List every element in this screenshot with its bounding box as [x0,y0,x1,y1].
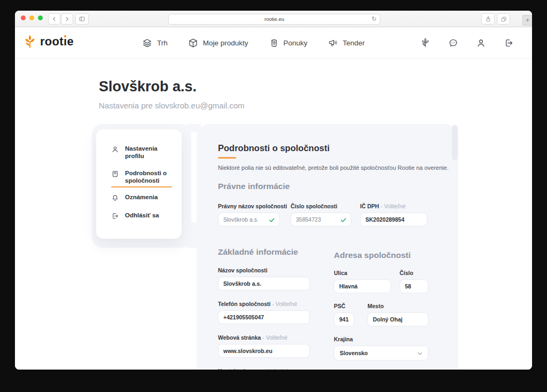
settings-panel: Podrobnosti o spoločnosti Niektoré polia… [197,124,458,370]
check-icon [269,217,275,223]
company-name-input[interactable] [218,277,309,290]
plus-icon: + [526,17,529,24]
nav-label: Moje produkty [203,39,248,47]
address-title: Adresa spoločnosti [334,250,430,260]
sidebar-item-notifications[interactable]: Oznámenia [96,189,182,207]
show-tabs-button[interactable] [497,13,510,25]
brand-name: rootıe [40,35,74,49]
zoom-window-button[interactable] [38,15,43,20]
minimize-window-button[interactable] [29,15,34,20]
field-label-company-number: Číslo spoločnosti [291,203,351,209]
browser-window: rootie.eu ↻ + root [15,11,532,370]
basic-info-title: Základné informácie [218,247,310,257]
megaphone-icon [328,38,338,48]
header-actions [421,27,514,58]
nav-label: Trh [157,39,168,47]
field-label-city: Mesto [368,303,428,309]
forward-button[interactable] [61,13,73,25]
country-value: Slovensko [340,350,368,356]
website-input[interactable] [218,344,309,357]
user-icon[interactable] [476,38,486,48]
url-bar[interactable]: rootie.eu ↻ [168,14,380,25]
company-phone-input[interactable] [218,311,309,324]
field-label-company-name: Názov spoločnosti [218,267,310,273]
field-label-legal-name: Právny názov spoločnosti [218,203,280,209]
nav-item-tender[interactable]: Tender [328,38,365,48]
sidebar-toggle-button[interactable] [75,13,89,25]
active-item-underline [111,186,172,187]
wheat-icon[interactable] [421,37,431,48]
basic-info-section: Základné informácie Názov spoločnosti Te… [218,247,310,370]
screenshot-stage: rootie.eu ↻ + root [0,0,547,392]
address-section: Adresa spoločnosti Ulica Číslo [334,250,430,360]
sidebar-item-label: Nastavenia profilu [125,145,172,160]
chat-icon[interactable] [448,38,458,48]
legal-name-field [218,213,280,226]
nav-item-trh[interactable]: Trh [142,38,168,48]
sidebar-icon [79,15,85,22]
street-number-input[interactable] [400,280,428,293]
company-icon [111,170,119,178]
main-navigation: Trh Moje produkty Ponuky Tender [142,27,365,58]
street-field [334,279,391,293]
chevron-down-icon [417,350,423,357]
field-label-street: Ulica [334,270,391,276]
sidebar-item-logout[interactable]: Odhlásiť sa [96,207,182,225]
website-field [218,344,310,358]
field-label-vat-id: IČ DPH- Voliteľné [360,203,427,209]
nav-item-ponuky[interactable]: Ponuky [269,38,308,48]
page-title: Slovškrob a.s. [99,79,197,95]
sidebar-item-company-details[interactable]: Podrobnosti o spoločnosti [96,164,182,185]
wheat-logo-icon [24,35,37,49]
back-button[interactable] [48,13,60,25]
field-label-street-number: Číslo [400,270,428,276]
page-subtitle: Nastavenia pre slovskrob.eu@gmail.com [99,101,245,110]
bell-icon [111,194,119,202]
street-input[interactable] [334,280,390,293]
city-input[interactable] [368,313,428,326]
sidebar-item-profile-settings[interactable]: Nastavenia profilu [96,140,182,164]
documents-icon [269,38,279,48]
zip-field [334,312,354,326]
traffic-lights [21,15,43,20]
company-phone-field [218,310,310,324]
heading-accent-underline [218,157,236,159]
field-label-zip: PSČ [334,303,354,309]
vat-id-input[interactable] [361,213,427,226]
site-header: rootıe Trh Moje produkty Ponuky [15,27,532,59]
user-icon [111,145,119,153]
field-label-website: Webová stránka- Voliteľné [218,334,310,341]
field-label-contact-name: Kontaktné meno- Voliteľné [218,368,310,370]
legal-info-section: Právne informácie Právny názov spoločnos… [218,182,427,226]
vat-id-field [360,213,427,226]
logout-icon [111,212,119,220]
url-text: rootie.eu [264,16,284,22]
section-heading: Podrobnosti o spoločnosti [218,143,330,153]
close-window-button[interactable] [21,15,26,20]
sidebar-item-label: Oznámenia [125,193,158,201]
scrollbar-thumb[interactable] [452,125,458,160]
refresh-icon[interactable]: ↻ [372,15,377,22]
share-button[interactable] [481,13,495,25]
field-label-country: Krajina [334,336,428,342]
chevron-left-icon [51,16,57,22]
zip-input[interactable] [334,313,354,326]
legal-info-title: Právne informácie [218,182,427,191]
chevron-right-icon [64,16,70,22]
new-tab-button[interactable]: + [522,15,532,26]
share-icon [485,15,491,22]
company-name-field [218,277,310,291]
page-content: Slovškrob a.s. Nastavenia pre slovskrob.… [15,59,532,370]
package-icon [188,38,198,48]
sidebar-item-label: Odhlásiť sa [125,211,159,219]
check-icon [340,217,347,223]
nav-item-moje-produkty[interactable]: Moje produkty [188,38,248,48]
city-field [368,312,428,326]
company-number-field [291,213,351,226]
brand-logo[interactable]: rootıe [24,35,74,49]
logout-icon[interactable] [504,38,514,48]
browser-toolbar: rootie.eu ↻ + [15,11,532,27]
settings-sidebar: Nastavenia profilu Podrobnosti o spoločn… [96,129,182,239]
country-select[interactable]: Slovensko [334,346,428,360]
sidebar-item-label: Podrobnosti o spoločnosti [125,169,172,184]
